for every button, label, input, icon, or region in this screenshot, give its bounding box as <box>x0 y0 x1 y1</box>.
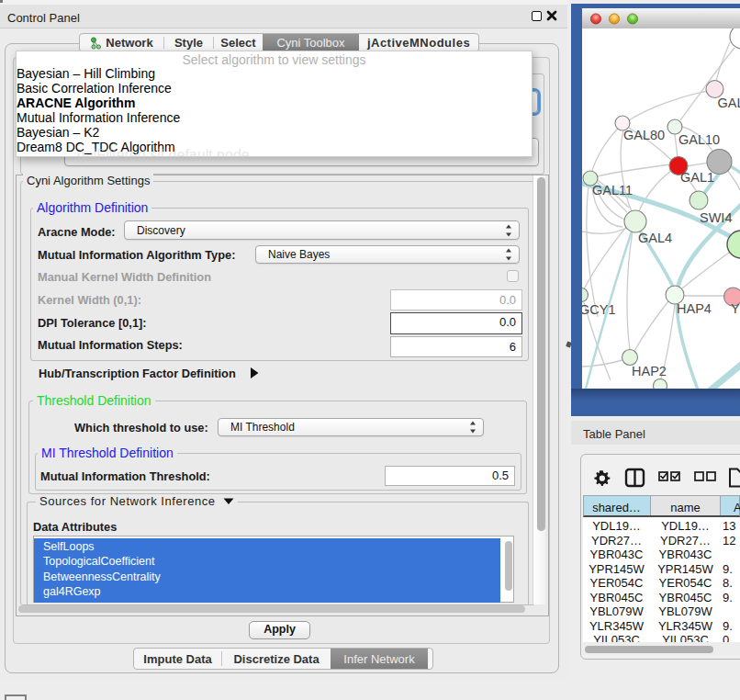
svg-text:GAL: GAL <box>718 96 740 110</box>
svg-text:Y: Y <box>731 301 740 316</box>
svg-text:HAP2: HAP2 <box>632 364 667 378</box>
svg-text:GAL80: GAL80 <box>623 128 665 142</box>
svg-text:GAL4: GAL4 <box>638 231 672 245</box>
svg-text:GAL11: GAL11 <box>592 183 633 198</box>
svg-text:HAP4: HAP4 <box>677 301 712 316</box>
svg-text:GAL1: GAL1 <box>680 170 714 185</box>
svg-text:GCY1: GCY1 <box>582 302 616 317</box>
svg-text:GAL10: GAL10 <box>678 132 720 147</box>
svg-text:SWI4: SWI4 <box>700 210 732 225</box>
